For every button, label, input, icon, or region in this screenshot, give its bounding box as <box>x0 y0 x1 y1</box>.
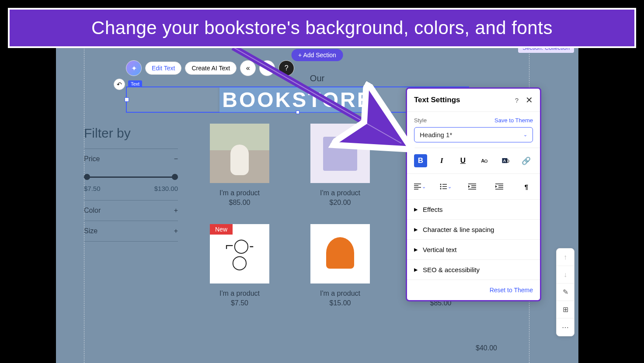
tutorial-banner: Change your bookstore's background, colo… <box>8 8 636 48</box>
reset-theme-link[interactable]: Reset to Theme <box>490 287 533 294</box>
help-icon[interactable]: ? <box>278 60 294 76</box>
product-price: $20.00 <box>296 199 384 207</box>
product-badge: New <box>210 224 233 235</box>
link-button[interactable]: 🔗 <box>520 154 533 167</box>
heading-text[interactable]: BOOKSTORE <box>218 88 377 112</box>
filter-color-label: Color <box>84 207 101 214</box>
product-price: $7.50 <box>196 299 283 307</box>
slider-track <box>84 176 178 178</box>
filter-size-row[interactable]: Size + <box>84 221 178 242</box>
arrow-down-icon[interactable]: ↓ <box>557 266 574 283</box>
filter-panel: Filter by Price − $7.50 $130.00 Color + … <box>84 126 178 242</box>
style-section: Style Save to Theme Heading 1* ⌄ <box>407 112 540 148</box>
product-card[interactable]: I'm a product$85.00 <box>196 124 283 207</box>
svg-point-1 <box>485 160 487 162</box>
price-max: $130.00 <box>154 185 178 192</box>
expand-icon[interactable]: + <box>174 207 178 214</box>
triangle-right-icon: ▶ <box>414 227 418 232</box>
more-icon[interactable]: ⋯ <box>557 318 574 336</box>
svg-text:A: A <box>503 159 506 163</box>
chevron-down-icon: ⌄ <box>523 132 527 138</box>
product-name: I'm a product <box>296 290 384 297</box>
triangle-right-icon: ▶ <box>414 267 418 273</box>
highlight-button[interactable]: A <box>499 154 512 167</box>
product-price: $85.00 <box>196 199 283 207</box>
chevron-down-icon: ⌄ <box>422 184 426 190</box>
product-image <box>310 224 370 283</box>
svg-point-5 <box>440 184 442 185</box>
product-card[interactable]: NewI'm a product$7.50 <box>196 224 283 307</box>
align-dropdown[interactable]: ⌄ <box>414 183 426 190</box>
resize-handle-bottom[interactable] <box>296 111 299 114</box>
panel-title: Text Settings <box>414 96 460 104</box>
panel-help-icon[interactable]: ? <box>515 97 519 104</box>
filter-price-row[interactable]: Price − <box>84 149 178 169</box>
filter-title: Filter by <box>84 126 178 141</box>
filter-price-label: Price <box>84 155 100 163</box>
bold-button[interactable]: B <box>414 154 427 167</box>
product-image: New <box>210 224 269 283</box>
filter-size-label: Size <box>84 227 97 235</box>
triangle-right-icon: ▶ <box>414 247 418 252</box>
collapse-icon[interactable]: − <box>174 155 178 163</box>
vertical-text-accordion[interactable]: ▶Vertical text <box>407 240 540 260</box>
editor-canvas: Section: Collection + Add Section ✦ Edit… <box>56 47 578 363</box>
indent-button[interactable] <box>493 180 506 193</box>
italic-button[interactable]: I <box>435 154 448 167</box>
create-ai-text-button[interactable]: Create AI Text <box>185 62 237 75</box>
format-row-1: B I U A A 🔗 <box>407 148 540 174</box>
chevron-down-icon: ⌄ <box>448 184 452 190</box>
style-dropdown[interactable]: Heading 1* ⌄ <box>414 127 533 142</box>
collapse-icon[interactable]: « <box>240 60 256 76</box>
add-section-button[interactable]: + Add Section <box>291 49 343 61</box>
panel-close-icon[interactable]: ✕ <box>526 95 533 105</box>
product-image <box>210 124 269 183</box>
effects-accordion[interactable]: ▶Effects <box>407 200 540 220</box>
text-toolbar: ✦ Edit Text Create AI Text « ⟲ ? <box>126 60 294 76</box>
arrow-up-icon[interactable]: ↑ <box>557 249 574 266</box>
save-to-theme-link[interactable]: Save to Theme <box>494 117 533 124</box>
product-name: I'm a product <box>196 189 283 197</box>
list-dropdown[interactable]: ⌄ <box>440 183 452 190</box>
product-card[interactable]: I'm a product$20.00 <box>296 124 384 207</box>
svg-text:A: A <box>481 158 484 163</box>
edit-text-button[interactable]: Edit Text <box>145 62 181 75</box>
svg-point-7 <box>440 188 442 190</box>
element-type-label: Text <box>128 80 142 87</box>
link-icon[interactable]: ⟲ <box>259 60 275 76</box>
product-price: $15.00 <box>296 299 384 307</box>
undo-button[interactable]: ↶ <box>114 79 125 90</box>
subheading-text: Our <box>310 73 324 83</box>
product-name: I'm a product <box>296 189 384 197</box>
layout-icon[interactable]: ⊞ <box>557 301 574 318</box>
seo-accordion[interactable]: ▶SEO & accessibility <box>407 260 540 280</box>
price-min: $7.50 <box>84 185 101 192</box>
triangle-right-icon: ▶ <box>414 207 418 212</box>
slider-knob-max[interactable] <box>172 174 178 180</box>
text-direction-button[interactable]: ¶ <box>520 180 533 193</box>
page-body: Section: Collection + Add Section ✦ Edit… <box>56 47 578 363</box>
slider-values: $7.50 $130.00 <box>84 185 178 192</box>
style-label: Style <box>414 117 427 124</box>
panel-header: Text Settings ? ✕ <box>407 89 540 112</box>
product-image <box>310 124 370 183</box>
text-color-button[interactable]: A <box>477 154 491 167</box>
text-settings-panel: Text Settings ? ✕ Style Save to Theme He… <box>406 87 541 301</box>
outdent-button[interactable] <box>466 180 479 193</box>
ai-sparkle-icon[interactable]: ✦ <box>126 60 142 76</box>
pencil-icon[interactable]: ✎ <box>557 283 574 301</box>
slider-knob-min[interactable] <box>84 174 90 180</box>
style-value: Heading 1* <box>420 131 452 138</box>
format-row-2: ⌄ ⌄ ¶ <box>407 174 540 200</box>
price-slider[interactable] <box>84 173 178 181</box>
underline-button[interactable]: U <box>456 154 470 167</box>
expand-icon[interactable]: + <box>174 227 178 235</box>
product-card[interactable]: I'm a product$15.00 <box>296 224 384 307</box>
spacing-accordion[interactable]: ▶Character & line spacing <box>407 220 540 240</box>
product-name: I'm a product <box>196 290 283 297</box>
filter-color-row[interactable]: Color + <box>84 200 178 221</box>
panel-footer: Reset to Theme <box>407 280 540 300</box>
hidden-product-price: $40.00 <box>476 344 497 352</box>
side-toolbar: ↑ ↓ ✎ ⊞ ⋯ <box>556 248 574 336</box>
svg-point-6 <box>440 186 442 187</box>
